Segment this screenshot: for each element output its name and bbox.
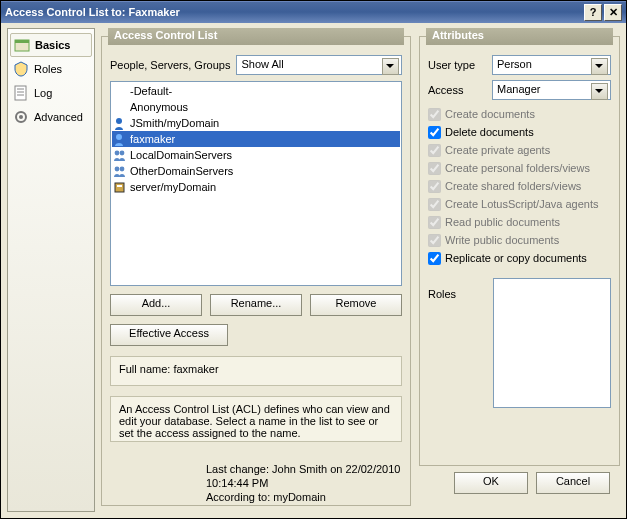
permission-checkbox[interactable]: Delete documents [428, 124, 611, 140]
nav-label: Advanced [34, 111, 83, 123]
acl-group: Access Control List People, Servers, Gro… [101, 36, 411, 506]
rename-button[interactable]: Rename... [210, 294, 302, 316]
acl-listbox[interactable]: -Default-AnonymousJSmith/myDomainfaxmake… [110, 81, 402, 286]
checkbox-input [428, 162, 441, 175]
acl-item[interactable]: Anonymous [112, 99, 400, 115]
nav-advanced[interactable]: Advanced [10, 105, 92, 129]
permission-checkbox: Read public documents [428, 214, 611, 230]
blank-icon [112, 85, 127, 98]
checkbox-input [428, 216, 441, 229]
checkbox-input [428, 144, 441, 157]
help-box: An Access Control List (ACL) defines who… [110, 396, 402, 442]
cancel-button[interactable]: Cancel [536, 472, 610, 494]
basics-icon [14, 37, 30, 53]
nav-label: Roles [34, 63, 62, 75]
titlebar: Access Control List to: Faxmaker ? ✕ [1, 1, 626, 23]
blank-icon [112, 101, 127, 114]
fullname-box: Full name: faxmaker [110, 356, 402, 386]
svg-point-12 [114, 166, 119, 171]
acl-item[interactable]: JSmith/myDomain [112, 115, 400, 131]
group-icon [112, 165, 127, 178]
nav-label: Basics [35, 39, 70, 51]
roles-icon [13, 61, 29, 77]
permission-checkbox: Write public documents [428, 232, 611, 248]
access-select[interactable]: Manager [492, 80, 611, 100]
attributes-group: Attributes User type Person Access Manag… [419, 36, 620, 466]
checkbox-input[interactable] [428, 252, 441, 265]
fullname-text: Full name: faxmaker [119, 363, 219, 375]
svg-point-9 [116, 134, 122, 140]
permission-checkbox[interactable]: Replicate or copy documents [428, 250, 611, 266]
person-blue-icon [112, 133, 127, 146]
person-icon [112, 117, 127, 130]
acl-item[interactable]: LocalDomainServers [112, 147, 400, 163]
checkbox-input [428, 180, 441, 193]
svg-point-11 [119, 150, 124, 155]
acl-group-title: Access Control List [108, 28, 404, 45]
close-button[interactable]: ✕ [604, 4, 622, 21]
server-icon [112, 181, 127, 194]
svg-point-13 [119, 166, 124, 171]
permission-checkbox: Create shared folders/views [428, 178, 611, 194]
permission-checkbox: Create LotusScript/Java agents [428, 196, 611, 212]
usertype-label: User type [428, 59, 486, 71]
permission-checkbox: Create personal folders/views [428, 160, 611, 176]
show-select[interactable]: Show All [236, 55, 402, 75]
attributes-group-title: Attributes [426, 28, 613, 45]
svg-rect-14 [115, 183, 124, 192]
acl-item[interactable]: OtherDomainServers [112, 163, 400, 179]
effective-access-button[interactable]: Effective Access [110, 324, 228, 346]
ok-button[interactable]: OK [454, 472, 528, 494]
svg-rect-1 [15, 40, 29, 43]
side-nav: Basics Roles Log Advanced [7, 28, 95, 512]
help-button[interactable]: ? [584, 4, 602, 21]
permissions-checklist: Create documentsDelete documentsCreate p… [428, 106, 611, 266]
svg-rect-2 [15, 86, 26, 100]
checkbox-input [428, 198, 441, 211]
acl-item[interactable]: -Default- [112, 83, 400, 99]
permission-checkbox: Create documents [428, 106, 611, 122]
dialog-footer: Last change: John Smith on 22/02/2010 10… [206, 462, 610, 504]
acl-item[interactable]: server/myDomain [112, 179, 400, 195]
nav-roles[interactable]: Roles [10, 57, 92, 81]
svg-point-10 [114, 150, 119, 155]
log-icon [13, 85, 29, 101]
acl-item[interactable]: faxmaker [112, 131, 400, 147]
usertype-select[interactable]: Person [492, 55, 611, 75]
people-label: People, Servers, Groups [110, 59, 230, 71]
checkbox-input[interactable] [428, 126, 441, 139]
svg-point-8 [116, 118, 122, 124]
nav-label: Log [34, 87, 52, 99]
group-icon [112, 149, 127, 162]
checkbox-input [428, 234, 441, 247]
help-text: An Access Control List (ACL) defines who… [119, 403, 390, 439]
nav-log[interactable]: Log [10, 81, 92, 105]
svg-point-7 [19, 115, 23, 119]
svg-rect-15 [117, 185, 122, 187]
add-button[interactable]: Add... [110, 294, 202, 316]
nav-basics[interactable]: Basics [10, 33, 92, 57]
access-label: Access [428, 84, 486, 96]
permission-checkbox: Create private agents [428, 142, 611, 158]
advanced-icon [13, 109, 29, 125]
remove-button[interactable]: Remove [310, 294, 402, 316]
checkbox-input [428, 108, 441, 121]
roles-listbox[interactable] [493, 278, 611, 408]
last-change-info: Last change: John Smith on 22/02/2010 10… [206, 462, 446, 504]
window-title: Access Control List to: Faxmaker [5, 6, 582, 18]
roles-label: Roles [428, 288, 456, 408]
